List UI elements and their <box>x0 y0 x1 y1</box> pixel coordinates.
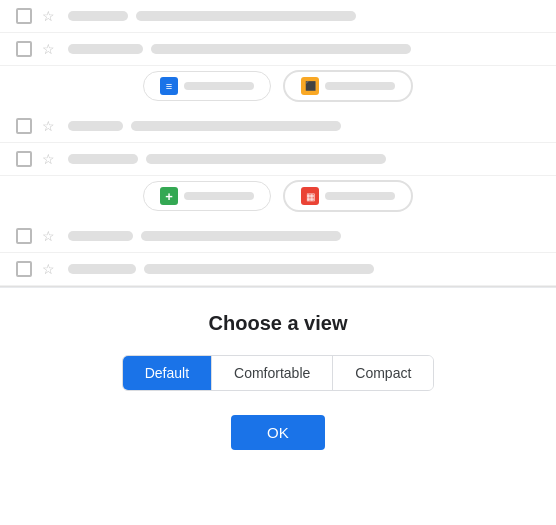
skeleton <box>151 44 411 54</box>
dialog-title: Choose a view <box>209 312 348 335</box>
pill-default[interactable]: ≡ <box>143 71 271 101</box>
overlay-pills-2: + ▦ <box>0 176 556 220</box>
checkbox[interactable] <box>16 228 32 244</box>
email-content <box>68 231 540 241</box>
checkbox[interactable] <box>16 118 32 134</box>
skeleton <box>68 44 143 54</box>
checkbox[interactable] <box>16 41 32 57</box>
ok-button[interactable]: OK <box>231 415 325 450</box>
star-icon[interactable]: ☆ <box>42 118 58 134</box>
checkbox[interactable] <box>16 8 32 24</box>
lines-icon: ≡ <box>160 77 178 95</box>
star-icon[interactable]: ☆ <box>42 261 58 277</box>
email-line <box>68 121 540 131</box>
skeleton <box>136 11 356 21</box>
email-line <box>68 11 540 21</box>
checkbox[interactable] <box>16 151 32 167</box>
overlay-pills-1: ≡ ⬛ <box>0 66 556 110</box>
view-comfortable-button[interactable]: Comfortable <box>212 356 333 390</box>
email-content <box>68 121 540 131</box>
star-icon[interactable]: ☆ <box>42 41 58 57</box>
plus-icon: + <box>160 187 178 205</box>
window-icon: ⬛ <box>301 77 319 95</box>
email-row: ☆ <box>0 143 556 176</box>
skeleton <box>141 231 341 241</box>
email-content <box>68 44 540 54</box>
pill-label-skeleton <box>184 82 254 90</box>
pill-label-skeleton <box>184 192 254 200</box>
star-icon[interactable]: ☆ <box>42 228 58 244</box>
email-preview-list: ☆ ☆ ≡ ⬛ <box>0 0 556 287</box>
star-icon[interactable]: ☆ <box>42 8 58 24</box>
skeleton <box>68 11 128 21</box>
pill-default[interactable]: + <box>143 181 271 211</box>
choose-view-dialog: Choose a view Default Comfortable Compac… <box>0 287 556 525</box>
skeleton <box>68 154 138 164</box>
email-row: ☆ <box>0 110 556 143</box>
email-content <box>68 11 540 21</box>
skeleton <box>68 121 123 131</box>
email-line <box>68 44 540 54</box>
email-content <box>68 154 540 164</box>
email-row: ☆ <box>0 33 556 66</box>
star-icon[interactable]: ☆ <box>42 151 58 167</box>
email-line <box>68 154 540 164</box>
image-icon: ▦ <box>301 187 319 205</box>
view-default-button[interactable]: Default <box>123 356 212 390</box>
email-row: ☆ <box>0 0 556 33</box>
pill-selected[interactable]: ⬛ <box>283 70 413 102</box>
pill-selected[interactable]: ▦ <box>283 180 413 212</box>
pill-label-skeleton <box>325 192 395 200</box>
email-row: ☆ <box>0 220 556 253</box>
view-options-group: Default Comfortable Compact <box>122 355 435 391</box>
view-compact-button[interactable]: Compact <box>333 356 433 390</box>
email-line <box>68 231 540 241</box>
skeleton <box>68 231 133 241</box>
email-content <box>68 264 540 274</box>
skeleton <box>144 264 374 274</box>
pill-label-skeleton <box>325 82 395 90</box>
skeleton <box>131 121 341 131</box>
checkbox[interactable] <box>16 261 32 277</box>
email-row: ☆ <box>0 253 556 286</box>
skeleton <box>68 264 136 274</box>
skeleton <box>146 154 386 164</box>
email-line <box>68 264 540 274</box>
